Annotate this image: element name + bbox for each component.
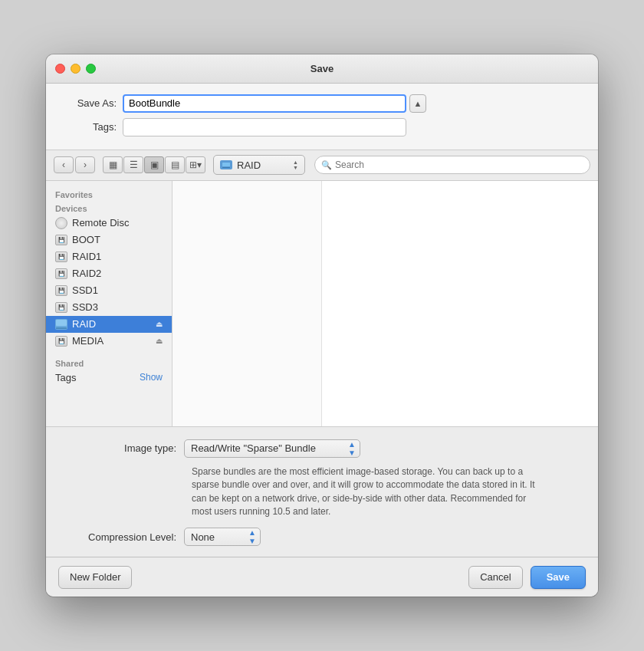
back-icon: ‹ [62,159,65,170]
form-area: Save As: ▲ Tags: [46,84,598,150]
list-view-icon: ☰ [130,159,138,170]
svg-rect-5 [56,327,67,329]
shared-header: Shared [46,356,172,370]
location-arrows: ▲ ▼ [293,159,298,170]
forward-button[interactable]: › [75,156,95,173]
image-type-select-wrapper: Read/Write "Sparse" Bundle Sparse Bundle… [184,439,360,458]
sidebar-label-ssd1: SSD1 [72,284,98,296]
image-type-select[interactable]: Read/Write "Sparse" Bundle Sparse Bundle… [184,439,360,458]
bottom-panel: Image type: Read/Write "Sparse" Bundle S… [46,426,598,557]
minimize-button[interactable] [71,64,80,74]
sidebar-item-raid1[interactable]: 💾 RAID1 [46,248,172,265]
search-box[interactable]: 🔍 [314,156,590,174]
action-bar: New Folder Cancel Save [46,557,598,597]
tags-input[interactable] [123,118,406,136]
image-type-label: Image type: [61,442,184,454]
action-bar-right: Cancel Save [468,566,586,589]
raid2-disk-icon: 💾 [55,268,67,280]
cover-view-icon: ▤ [171,159,179,170]
window-title: Save [310,63,334,74]
save-as-input[interactable] [123,94,406,113]
compression-label: Compression Level: [61,531,184,543]
svg-rect-4 [56,320,67,326]
location-selector[interactable]: RAID ▲ ▼ [213,155,305,175]
file-area [172,181,598,426]
maximize-button[interactable] [86,64,96,74]
file-column-left [172,181,322,426]
titlebar: Save [46,54,598,84]
sidebar-item-ssd3[interactable]: 💾 SSD3 [46,299,172,316]
view-grid-button[interactable]: ⊞▾ [186,156,205,173]
ssd1-disk-icon: 💾 [55,284,67,297]
sidebar-label-remote-disc: Remote Disc [72,217,129,229]
back-button[interactable]: ‹ [54,156,74,173]
sidebar-item-raid[interactable]: RAID ⏏ [46,316,172,333]
action-bar-left: New Folder [58,566,468,589]
forward-icon: › [84,159,87,170]
favorites-header: Favorites [46,187,172,201]
search-icon: 🔍 [321,160,332,170]
sidebar-item-boot[interactable]: 💾 BOOT [46,232,172,248]
sidebar-label-ssd3: SSD3 [72,301,98,313]
compression-select-wrapper: None zlib bzip2 ▲ ▼ [184,528,261,546]
sidebar-label-raid1: RAID1 [72,251,101,262]
compression-select[interactable]: None zlib bzip2 [184,528,261,546]
raid1-disk-icon: 💾 [55,251,67,263]
toolbar: ‹ › ▦ ☰ ▣ ▤ ⊞▾ [46,150,598,181]
tags-show-link[interactable]: Show [140,372,163,383]
cancel-button[interactable]: Cancel [468,566,522,589]
compression-row: Compression Level: None zlib bzip2 ▲ ▼ [61,528,583,546]
save-dialog: Save Save As: ▲ Tags: ‹ › ▦ [46,54,598,597]
raid-disk-icon [55,318,67,330]
traffic-lights [55,64,96,74]
view-column-button[interactable]: ▣ [144,156,164,173]
column-view-icon: ▣ [150,159,159,170]
navigation-group: ‹ › [54,156,95,173]
sidebar-item-remote-disc[interactable]: Remote Disc [46,215,172,232]
remote-disc-icon [55,217,67,229]
media-eject-icon[interactable]: ⏏ [156,337,163,345]
close-button[interactable] [55,64,65,74]
sidebar-item-raid2[interactable]: 💾 RAID2 [46,265,172,282]
save-as-label: Save As: [61,97,123,109]
chevron-up-icon: ▲ [414,99,422,108]
sidebar-label-raid: RAID [72,318,96,330]
svg-rect-2 [222,167,230,168]
tags-label: Tags: [61,121,123,133]
boot-disk-icon: 💾 [55,234,67,246]
file-column-right [322,181,598,426]
view-icon-button[interactable]: ▦ [103,156,123,173]
search-input[interactable] [335,159,583,170]
save-as-row: Save As: ▲ [61,94,583,113]
location-label: RAID [237,159,288,171]
svg-rect-1 [222,163,230,166]
view-buttons: ▦ ☰ ▣ ▤ ⊞▾ [103,156,205,173]
sidebar-label-media: MEDIA [72,335,104,347]
sidebar-item-media[interactable]: 💾 MEDIA ⏏ [46,333,172,350]
view-cover-button[interactable]: ▤ [165,156,185,173]
sidebar: Favorites Devices Remote Disc 💾 BOOT 💾 [46,181,172,426]
sidebar-label-boot: BOOT [72,234,100,245]
sidebar-label-tags: Tags [55,372,76,383]
view-list-button[interactable]: ☰ [123,156,143,173]
expand-collapse-button[interactable]: ▲ [409,94,426,113]
sidebar-item-ssd1[interactable]: 💾 SSD1 [46,282,172,299]
image-type-row: Image type: Read/Write "Sparse" Bundle S… [61,439,583,458]
media-disk-icon: 💾 [55,335,67,347]
grid-view-icon: ⊞▾ [189,159,202,170]
raid-eject-icon[interactable]: ⏏ [156,320,163,328]
tags-row: Tags: [61,118,583,136]
icon-view-icon: ▦ [109,159,117,170]
sidebar-label-raid2: RAID2 [72,268,101,279]
sidebar-item-tags[interactable]: Tags Show [46,370,172,386]
save-button[interactable]: Save [531,566,586,589]
ssd3-disk-icon: 💾 [55,301,67,314]
devices-header: Devices [46,201,172,215]
main-content: Favorites Devices Remote Disc 💾 BOOT 💾 [46,181,598,426]
new-folder-button[interactable]: New Folder [58,566,132,589]
description-text: Sparse bundles are the most efficient im… [192,465,544,519]
location-disk-icon [220,160,232,169]
